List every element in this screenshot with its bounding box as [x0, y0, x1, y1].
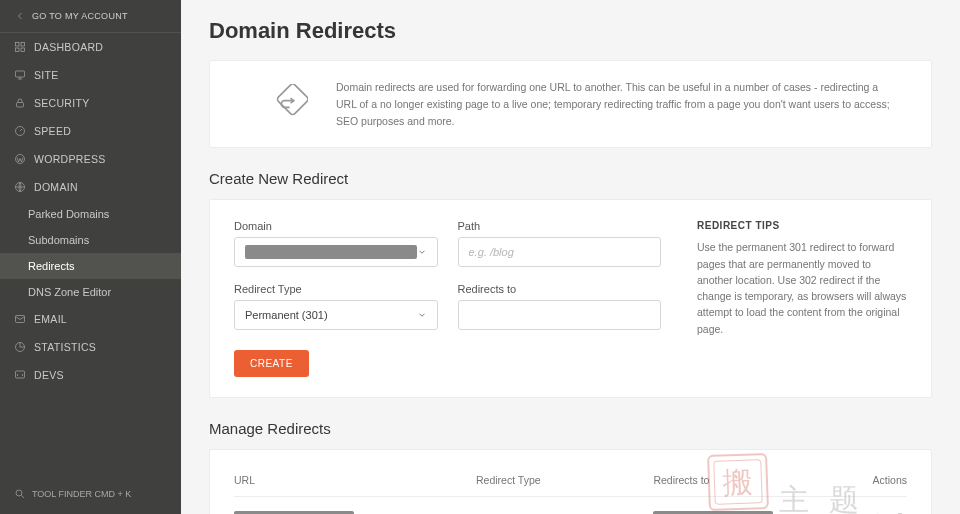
sidebar-item-label: WORDPRESS: [34, 153, 106, 165]
chevron-down-icon: [417, 247, 427, 257]
redirect-tips: REDIRECT TIPS Use the permanent 301 redi…: [697, 220, 907, 377]
chart-icon: [14, 341, 26, 353]
goto-account-link[interactable]: GO TO MY ACCOUNT: [0, 0, 181, 33]
sidebar-item-label: DASHBOARD: [34, 41, 103, 53]
page-title: Domain Redirects: [209, 18, 932, 44]
domain-sub-items: Parked Domains Subdomains Redirects DNS …: [0, 201, 181, 305]
header-to: Redirects to: [653, 474, 847, 486]
header-actions: Actions: [847, 474, 907, 486]
tips-text: Use the permanent 301 redirect to forwar…: [697, 239, 907, 337]
svg-rect-3: [21, 48, 25, 52]
sidebar-item-site[interactable]: SITE: [0, 61, 181, 89]
sidebar-item-devs[interactable]: DEVS: [0, 361, 181, 389]
domain-value: [245, 245, 417, 259]
table-header: URL Redirect Type Redirects to Actions: [234, 464, 907, 497]
domain-select[interactable]: [234, 237, 438, 267]
sidebar-item-label: EMAIL: [34, 313, 67, 325]
redirects-table: 主 题WWW.BANZHUTI.COM URL Redirect Type Re…: [209, 449, 932, 514]
devs-icon: [14, 369, 26, 381]
create-button[interactable]: CREATE: [234, 350, 309, 377]
redirect-icon: [268, 84, 308, 124]
path-label: Path: [458, 220, 662, 232]
sidebar-item-label: STATISTICS: [34, 341, 96, 353]
create-section-title: Create New Redirect: [209, 170, 932, 187]
sidebar-item-wordpress[interactable]: WORDPRESS: [0, 145, 181, 173]
svg-rect-0: [16, 43, 20, 47]
monitor-icon: [14, 69, 26, 81]
sidebar-item-speed[interactable]: SPEED: [0, 117, 181, 145]
create-redirect-form: Domain Path Redirect Type: [209, 199, 932, 398]
subitem-parked-domains[interactable]: Parked Domains: [0, 201, 181, 227]
sidebar-item-dashboard[interactable]: DASHBOARD: [0, 33, 181, 61]
subitem-dns-zone-editor[interactable]: DNS Zone Editor: [0, 279, 181, 305]
grid-icon: [14, 41, 26, 53]
path-input[interactable]: [458, 237, 662, 267]
sidebar-item-statistics[interactable]: STATISTICS: [0, 333, 181, 361]
chevron-down-icon: [417, 310, 427, 320]
globe-icon: [14, 181, 26, 193]
svg-rect-8: [16, 316, 25, 323]
redirect-type-label: Redirect Type: [234, 283, 438, 295]
wordpress-icon: [14, 153, 26, 165]
sidebar-item-label: SPEED: [34, 125, 71, 137]
search-icon: [14, 488, 26, 500]
sidebar-item-label: DOMAIN: [34, 181, 78, 193]
redirects-to-label: Redirects to: [458, 283, 662, 295]
redirect-type-select[interactable]: Permanent (301): [234, 300, 438, 330]
domain-label: Domain: [234, 220, 438, 232]
intro-card: Domain redirects are used for forwarding…: [209, 60, 932, 148]
table-row: Permanent (301): [234, 497, 907, 514]
sidebar-item-label: DEVS: [34, 369, 64, 381]
gauge-icon: [14, 125, 26, 137]
redirects-to-input[interactable]: [458, 300, 662, 330]
sidebar-items: DASHBOARD SITE SECURITY SPEED WORDPRESS: [0, 33, 181, 474]
intro-text: Domain redirects are used for forwarding…: [336, 79, 901, 129]
tips-title: REDIRECT TIPS: [697, 220, 907, 231]
arrow-left-icon: [14, 10, 26, 22]
svg-rect-10: [16, 371, 25, 378]
header-url: URL: [234, 474, 476, 486]
svg-rect-4: [16, 71, 25, 77]
sidebar-item-email[interactable]: EMAIL: [0, 305, 181, 333]
lock-icon: [14, 97, 26, 109]
svg-rect-1: [21, 43, 25, 47]
sidebar-item-label: SECURITY: [34, 97, 90, 109]
sidebar-item-domain[interactable]: DOMAIN: [0, 173, 181, 201]
manage-section-title: Manage Redirects: [209, 420, 932, 437]
svg-rect-5: [17, 103, 24, 108]
svg-rect-2: [16, 48, 20, 52]
subitem-redirects[interactable]: Redirects: [0, 253, 181, 279]
svg-point-11: [16, 490, 22, 496]
sidebar: GO TO MY ACCOUNT DASHBOARD SITE SECURITY…: [0, 0, 181, 514]
mail-icon: [14, 313, 26, 325]
header-type: Redirect Type: [476, 474, 653, 486]
goto-account-label: GO TO MY ACCOUNT: [32, 11, 128, 21]
sidebar-item-security[interactable]: SECURITY: [0, 89, 181, 117]
redirect-type-value: Permanent (301): [245, 309, 417, 321]
sidebar-item-label: SITE: [34, 69, 59, 81]
main-content: Domain Redirects Domain redirects are us…: [181, 0, 960, 514]
tool-finder[interactable]: TOOL FINDER CMD + K: [0, 474, 181, 514]
subitem-subdomains[interactable]: Subdomains: [0, 227, 181, 253]
